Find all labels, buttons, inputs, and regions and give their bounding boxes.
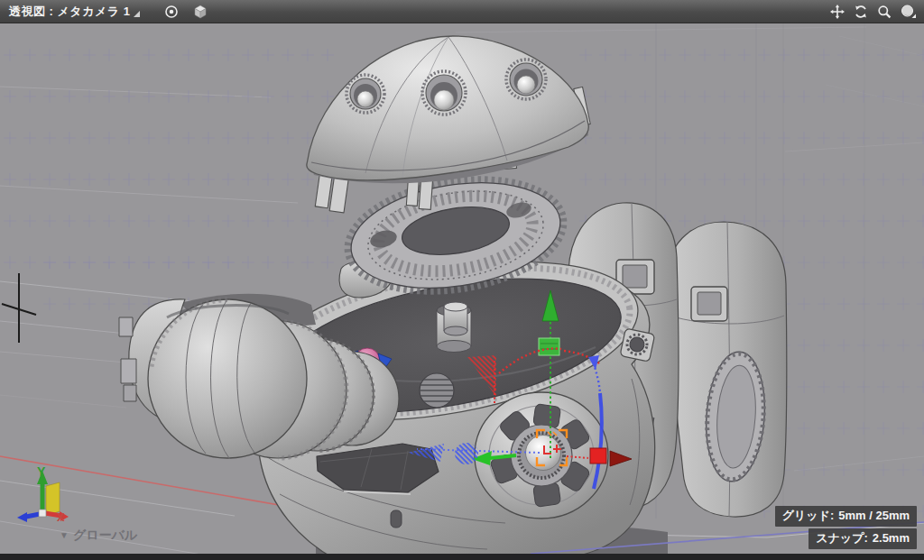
snap-badge-value: 2.5mm xyxy=(873,531,910,545)
gizmo-z-handle[interactable] xyxy=(455,443,478,464)
axis-x-label: X xyxy=(57,510,65,524)
view-title[interactable]: 透視図 : メタカメラ 1 xyxy=(9,4,130,20)
camera-dropdown-triangle[interactable] xyxy=(134,11,140,17)
cube-object-icon[interactable] xyxy=(192,4,208,20)
pan-view-icon[interactable] xyxy=(829,4,845,20)
snap-size-badge: スナップ:2.5mm xyxy=(808,528,917,549)
gizmo-y-handle[interactable] xyxy=(539,338,559,355)
zoom-view-icon[interactable] xyxy=(876,4,892,20)
bottom-edge-strip xyxy=(0,554,924,560)
shading-mode-icon[interactable] xyxy=(900,4,917,20)
rotate-view-icon[interactable] xyxy=(853,4,869,20)
collapse-triangle-icon: ▼ xyxy=(60,530,69,540)
coordinate-mode-label: グローバル xyxy=(73,528,137,544)
axis-y-label: Y xyxy=(37,464,46,479)
grid-badge-value: 5mm / 25mm xyxy=(838,509,910,522)
viewport-3d[interactable]: Y X xyxy=(0,0,924,560)
app-window: Y X 透視図 : メタカメラ 1 xyxy=(0,0,924,560)
grid-badge-label: グリッド: xyxy=(782,509,835,522)
snap-badge-label: スナップ: xyxy=(816,531,868,545)
coordinate-mode-toggle[interactable]: ▼ グローバル xyxy=(60,528,137,544)
viewport-titlebar: 透視図 : メタカメラ 1 xyxy=(0,0,924,23)
camera-target-icon[interactable] xyxy=(163,4,180,20)
grid-size-badge: グリッド:5mm / 25mm xyxy=(775,506,917,527)
gizmo-x-handle[interactable] xyxy=(590,448,606,464)
